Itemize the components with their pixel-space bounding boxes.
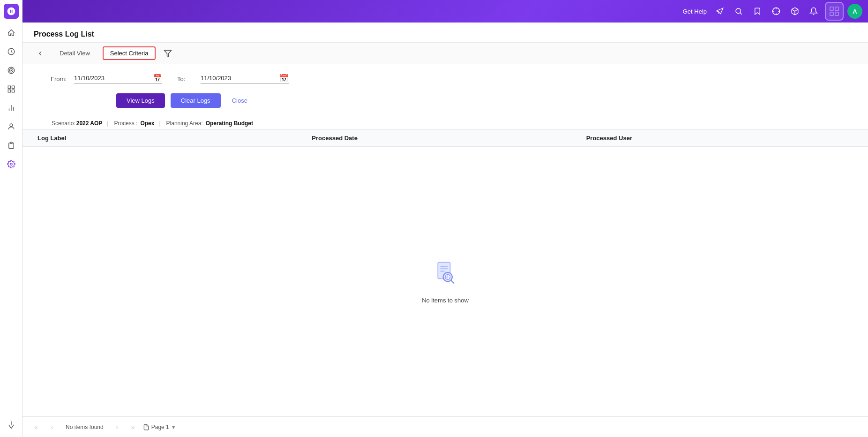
svg-rect-17 — [830, 7, 833, 10]
svg-rect-20 — [835, 12, 838, 15]
to-input-wrap: 📅 — [201, 74, 289, 84]
megaphone-icon[interactable] — [712, 4, 727, 19]
sidebar-item-home[interactable] — [3, 24, 20, 41]
sidebar-item-analytics[interactable] — [3, 43, 20, 60]
sidebar-bottom — [3, 416, 20, 433]
detail-view-tab[interactable]: Detail View — [52, 47, 97, 60]
no-items-label: No items found — [66, 424, 104, 430]
content-area: Process Log List Detail View Select Crit… — [22, 23, 868, 437]
svg-point-10 — [736, 8, 741, 14]
svg-rect-6 — [8, 90, 10, 92]
svg-point-9 — [10, 163, 12, 166]
select-criteria-tab[interactable]: Select Criteria — [103, 46, 156, 60]
topbar: Get Help — [22, 0, 868, 23]
from-input-wrap: 📅 — [74, 74, 162, 84]
first-page-button[interactable]: « — [30, 421, 42, 433]
to-field: To: 📅 — [177, 74, 289, 84]
table-body: No items to show — [22, 147, 868, 416]
from-calendar-icon[interactable]: 📅 — [153, 74, 162, 83]
sidebar-item-user[interactable] — [3, 118, 20, 135]
bookmark-icon[interactable] — [750, 4, 765, 19]
svg-point-3 — [11, 70, 12, 71]
svg-rect-5 — [12, 86, 14, 88]
page-header: Process Log List — [22, 23, 868, 43]
view-logs-button[interactable]: View Logs — [116, 93, 165, 108]
toolbar: Detail View Select Criteria — [22, 43, 868, 64]
footer: « ‹ No items found › » Page 1 ▼ — [22, 416, 868, 437]
scenario-label: Scenario: — [52, 120, 75, 127]
process-value: Opex — [140, 120, 154, 127]
app-logo[interactable] — [4, 4, 19, 19]
from-field: From: 📅 — [51, 74, 162, 84]
scenario-bar: Scenario: 2022 AOP | Process : Opex | Pl… — [22, 117, 868, 129]
svg-point-8 — [10, 124, 13, 127]
filter-icon[interactable] — [161, 47, 174, 60]
table-header: Log Label Processed Date Processed User — [22, 130, 868, 147]
main-wrapper: Get Help — [22, 0, 868, 437]
scenario-value: 2022 AOP — [76, 120, 103, 127]
date-range-row: From: 📅 To: 📅 — [51, 74, 840, 84]
svg-line-27 — [451, 280, 454, 283]
page-label: Page 1 — [151, 424, 169, 430]
col-log-label: Log Label — [34, 130, 308, 146]
svg-rect-4 — [8, 86, 10, 88]
pin-icon[interactable] — [3, 416, 20, 433]
sep2: | — [159, 120, 160, 127]
sidebar-item-tasks[interactable] — [3, 137, 20, 154]
cube-icon[interactable] — [787, 4, 802, 19]
back-button[interactable] — [34, 47, 47, 60]
sidebar — [0, 0, 22, 437]
page-title: Process Log List — [34, 30, 94, 38]
svg-rect-7 — [12, 90, 14, 92]
search-icon[interactable] — [731, 4, 746, 19]
sidebar-item-settings[interactable] — [3, 156, 20, 173]
svg-rect-19 — [830, 12, 833, 15]
prev-page-button[interactable]: ‹ — [46, 421, 58, 433]
last-page-button[interactable]: » — [127, 421, 139, 433]
sidebar-item-grid[interactable] — [3, 81, 20, 98]
process-label: Process : — [114, 120, 137, 127]
user-avatar[interactable]: A — [847, 4, 862, 19]
table: Log Label Processed Date Processed User — [22, 129, 868, 416]
app-switcher-icon[interactable] — [825, 2, 844, 21]
clear-logs-button[interactable]: Clear Logs — [171, 93, 221, 108]
empty-state-icon — [432, 260, 458, 291]
col-processed-date: Processed Date — [308, 130, 582, 146]
form-area: From: 📅 To: 📅 View Logs Clear Logs — [22, 64, 868, 117]
planning-area-label: Planning Area: — [166, 120, 203, 127]
page-dropdown-icon[interactable]: ▼ — [171, 424, 176, 430]
sidebar-item-reports[interactable] — [3, 99, 20, 116]
to-calendar-icon[interactable]: 📅 — [279, 74, 289, 83]
bell-icon[interactable] — [806, 4, 821, 19]
next-page-button[interactable]: › — [111, 421, 123, 433]
svg-rect-18 — [835, 7, 838, 10]
to-date-input[interactable] — [201, 75, 276, 82]
page-selector[interactable]: Page 1 ▼ — [143, 424, 176, 430]
empty-state-text: No items to show — [422, 297, 469, 304]
sidebar-item-target[interactable] — [3, 62, 20, 79]
svg-marker-21 — [165, 50, 172, 57]
sep1: | — [107, 120, 108, 127]
planning-area-value: Operating Budget — [206, 120, 253, 127]
close-button[interactable]: Close — [226, 93, 253, 108]
get-help-button[interactable]: Get Help — [683, 8, 707, 15]
from-date-input[interactable] — [74, 75, 149, 82]
crosshair-icon[interactable] — [769, 4, 784, 19]
to-label: To: — [177, 75, 196, 83]
col-processed-user: Processed User — [583, 130, 857, 146]
action-buttons: View Logs Clear Logs Close — [51, 93, 840, 108]
from-label: From: — [51, 75, 69, 83]
